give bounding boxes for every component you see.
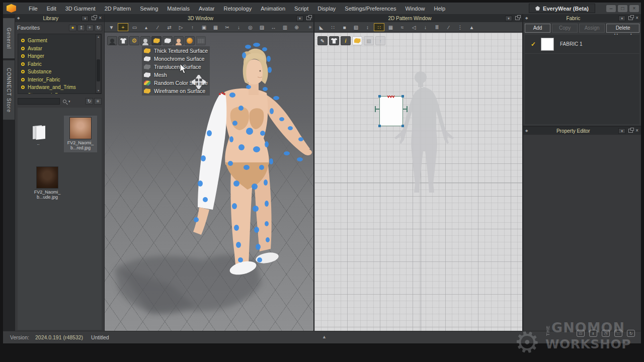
library-search-input[interactable] [18, 98, 60, 105]
toggle-show-avatar[interactable] [140, 36, 150, 45]
expand-panel-button[interactable]: ▲ [322, 334, 327, 339]
pattern-corner-handle[interactable] [378, 125, 381, 127]
fabric-list-item[interactable]: ✓ FABRIC 1 [525, 35, 639, 54]
tool-pin[interactable]: ↓ [233, 23, 244, 31]
scroll-down-icon[interactable]: ▾ [98, 88, 99, 93]
toggle-surface-render-mode[interactable] [151, 36, 162, 45]
tool-shirt[interactable]: ▲ [466, 23, 477, 31]
everywear-beta-button[interactable]: EveryWear (Beta) [529, 4, 595, 13]
menu-3d-garment[interactable]: 3D Garment [61, 4, 100, 14]
tool-needle[interactable]: ↕ [362, 23, 373, 31]
fabric-dropdown-icon[interactable]: ▾ [618, 16, 625, 21]
menu-display[interactable]: Display [313, 4, 340, 14]
tool-select-box[interactable]: ▭ [129, 23, 140, 31]
tool-grading[interactable]: ▦ [385, 23, 396, 31]
menu-edit[interactable]: Edit [42, 4, 61, 14]
3d-viewport[interactable]: ⚙ Thick Textured Surface Monochrome Surf… [105, 33, 313, 331]
menu-script[interactable]: Script [290, 4, 313, 14]
close-icon[interactable]: × [635, 128, 638, 133]
scrollbar-thumb[interactable] [97, 59, 100, 81]
2d-viewport[interactable]: ✎ i ▧ ↑ [314, 33, 522, 331]
menu-avatar[interactable]: Avatar [194, 4, 219, 14]
pattern-corner-handle[interactable] [378, 95, 381, 98]
tool-marker[interactable]: ◎ [245, 23, 256, 31]
search-icon[interactable] [63, 100, 66, 103]
tool-rectangle[interactable]: ■ [339, 23, 350, 31]
search-dropdown-icon[interactable]: ▾ [68, 100, 85, 104]
toggle-measure-avatar[interactable] [196, 36, 206, 45]
tool-texture[interactable]: ▨ [257, 23, 267, 31]
3d-window-dropdown-icon[interactable]: ▾ [296, 16, 303, 21]
tool-pen-3d[interactable]: ∕ [152, 23, 163, 31]
close-icon[interactable]: × [99, 16, 102, 21]
tool-select-move[interactable]: + [118, 23, 128, 31]
sidebar-tab-connect-store[interactable]: CONNECT Store [3, 60, 15, 120]
toggle-info[interactable]: i [341, 36, 351, 45]
toggle-pen-2d[interactable]: ✎ [317, 36, 328, 45]
menu-help[interactable]: Help [430, 4, 450, 14]
refresh-browser-icon[interactable]: ↻ [86, 98, 93, 105]
property-dropdown-icon[interactable]: ▾ [618, 128, 625, 134]
tool-trace[interactable]: ↓ [420, 23, 431, 31]
tool-seam[interactable]: ⋮ [455, 23, 465, 31]
toggle-fabric-view[interactable] [352, 36, 362, 45]
tool-garment-2d[interactable]: ◁ [409, 23, 419, 31]
toggle-show-avatar-dark[interactable] [107, 36, 117, 45]
library-dropdown-icon[interactable]: ▾ [82, 16, 89, 21]
menu-2d-pattern[interactable]: 2D Pattern [100, 4, 136, 14]
refresh-icon[interactable]: ↻ [95, 25, 102, 31]
tool-edit-texture[interactable]: ∷ [374, 23, 384, 31]
pattern-piece[interactable] [379, 96, 403, 126]
toggle-show-garment[interactable] [118, 36, 128, 45]
toggle-garment-outline[interactable] [329, 36, 339, 45]
delete-unused-button[interactable]: Delete Unused [606, 24, 639, 33]
library-file-browser[interactable]: .. FV2_Naomi_ b...red.jpg FV2_Naomi_ b..… [18, 108, 102, 330]
library-item-interior-fabric[interactable]: Interior_Fabric [21, 76, 101, 84]
maximize-button[interactable]: □ [618, 5, 627, 12]
tool-transform-pattern[interactable]: ◣ [316, 23, 327, 31]
menu-window[interactable]: Window [400, 4, 429, 14]
toggle-pattern-ghost[interactable]: ▧ [364, 36, 374, 45]
popout-icon[interactable] [92, 16, 96, 20]
add-favorite-button[interactable]: + [86, 25, 94, 31]
pattern-corner-handle[interactable] [401, 95, 404, 98]
popout-icon[interactable] [628, 16, 633, 20]
toggle-avatar-skin[interactable] [174, 36, 184, 45]
library-item-hardware-and-trims[interactable]: Hardware_and_Trims [21, 83, 101, 92]
menu-item-monochrome-surface[interactable]: Monochrome Surface [144, 55, 208, 63]
app-logo-icon[interactable] [7, 4, 16, 13]
toolbar-overflow-icon[interactable]: » [308, 24, 311, 30]
menu-file[interactable]: File [24, 4, 42, 14]
list-view-icon[interactable]: ≡ [94, 98, 102, 105]
pattern-corner-handle[interactable] [401, 125, 404, 127]
tool-scissors[interactable]: ✂ [222, 23, 232, 31]
tool-edit-pattern[interactable]: ∷ [328, 23, 338, 31]
add-fabric-button[interactable]: Add [525, 24, 550, 33]
toggle-texture-globe[interactable] [185, 36, 195, 45]
library-item-substance[interactable]: Substance [21, 68, 101, 76]
tool-sewing[interactable]: ▣ [199, 23, 209, 31]
toggle-cloth-texture[interactable] [163, 36, 173, 45]
popout-icon[interactable] [628, 129, 633, 133]
tool-line[interactable]: ∕ [443, 23, 454, 31]
file-item-naomi-nude[interactable]: FV2_Naomi_ b...ude.jpg [31, 165, 64, 200]
minimize-button[interactable]: – [606, 5, 616, 12]
file-item-naomi-red[interactable]: FV2_Naomi_ b...red.jpg [64, 116, 97, 152]
library-item-clipped[interactable]: Stage_and_Props [21, 92, 101, 95]
favorites-star-icon[interactable]: ● [69, 25, 76, 31]
fabric-swatch[interactable] [541, 38, 554, 51]
menu-retopology[interactable]: Retopology [219, 4, 257, 14]
toggle-simulation[interactable]: ⚙ [129, 36, 139, 45]
parent-folder-item[interactable]: .. [22, 122, 55, 146]
menu-animation[interactable]: Animation [256, 4, 290, 14]
pattern-side-handle[interactable] [375, 109, 379, 110]
library-item-fabric[interactable]: Fabric [21, 60, 101, 68]
tool-pattern-image[interactable]: ▧ [351, 23, 361, 31]
tool-columns[interactable]: ▥ [280, 23, 290, 31]
tool-grid-arrange[interactable]: ▦ [210, 23, 221, 31]
tool-gizmo[interactable]: ⊕ [291, 23, 302, 31]
menu-item-translucent-surface[interactable]: Translucent Surface [144, 63, 208, 71]
menu-settings[interactable]: Settings/Preferences [340, 4, 400, 14]
tool-select-garment[interactable]: ▴ [141, 23, 151, 31]
library-item-avatar[interactable]: Avatar [21, 45, 101, 53]
